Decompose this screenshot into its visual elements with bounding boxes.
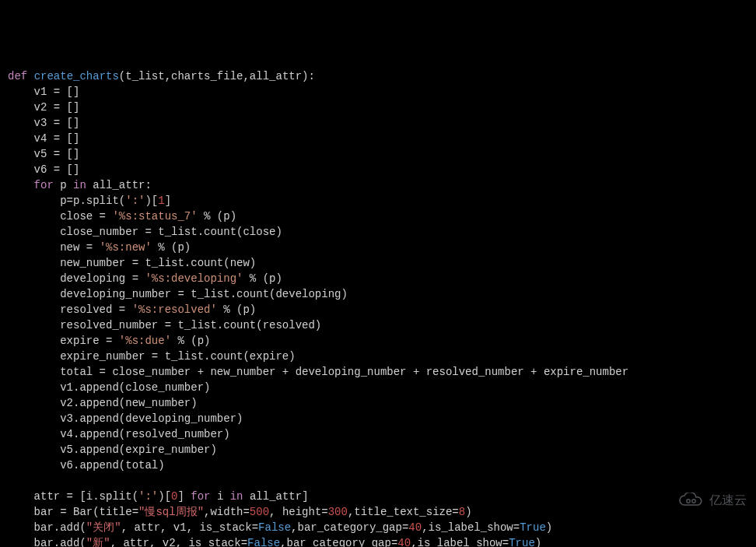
code-text: ,is_label_show=	[422, 521, 520, 534]
keyword-in: in	[230, 490, 243, 503]
code-line: v4 = []	[8, 132, 79, 145]
watermark-text: 亿速云	[709, 493, 747, 508]
watermark: 亿速云	[678, 461, 747, 539]
code-text: expire =	[8, 335, 119, 347]
code-text: ,is_label_show=	[411, 537, 509, 547]
number-literal: 1	[158, 195, 164, 207]
code-line: v6 = []	[8, 163, 79, 176]
code-line: resolved_number = t_list.count(resolved)	[8, 319, 321, 331]
string-literal: "新"	[86, 537, 110, 547]
code-text: bar = Bar(title=	[8, 506, 138, 518]
svg-point-1	[692, 500, 695, 503]
string-literal: '%s:resolved'	[132, 303, 217, 316]
code-text: )	[546, 521, 552, 534]
code-line: v6.append(total)	[8, 459, 165, 472]
string-literal: ':'	[138, 490, 158, 503]
bool-literal: True	[509, 537, 535, 547]
code-text: close =	[8, 210, 112, 223]
code-text: all_attr]	[243, 490, 309, 503]
code-text: % (p)	[243, 272, 282, 285]
code-text: all_attr:	[86, 179, 152, 191]
code-text: i	[211, 490, 230, 503]
string-literal: '%s:status_7'	[112, 210, 197, 223]
number-literal: 40	[397, 537, 411, 547]
function-name: create_charts	[34, 70, 119, 82]
code-text: ]	[177, 490, 191, 503]
string-literal: "慢sql周报"	[138, 506, 204, 518]
cloud-icon	[678, 461, 705, 539]
code-text: , attr, v2, is_stack=	[110, 537, 247, 547]
code-line: v2 = []	[8, 101, 79, 114]
code-text: ,bar_category_gap=	[280, 537, 397, 547]
code-line: expire_number = t_list.count(expire)	[8, 350, 296, 363]
code-line: v5.append(expire_number)	[8, 444, 217, 456]
code-line: v4.append(resolved_number)	[8, 428, 230, 440]
string-literal: '%s:due'	[119, 335, 171, 347]
code-text: )[	[158, 490, 171, 503]
string-literal: '%s:developing'	[145, 272, 243, 285]
code-line: v3.append(developing_number)	[8, 412, 243, 425]
code-line: v1 = []	[8, 86, 79, 98]
code-text: p=p.split(	[8, 195, 125, 207]
string-literal: "关闭"	[86, 521, 121, 534]
code-text: )[	[145, 195, 158, 207]
bool-literal: True	[520, 521, 546, 534]
code-text: % (p)	[171, 335, 210, 347]
code-text: , attr, v1, is_stack=	[121, 521, 258, 534]
number-literal: 40	[408, 521, 422, 534]
code-text: bar.add(	[8, 537, 86, 547]
keyword-for: for	[191, 490, 210, 503]
number-literal: 500	[250, 506, 269, 518]
code-text: resolved =	[8, 303, 132, 316]
code-text: ,width=	[204, 506, 250, 518]
code-text: )	[465, 506, 471, 518]
svg-point-0	[687, 500, 690, 503]
code-line: new_number = t_list.count(new)	[8, 257, 256, 269]
code-text: attr = [i.split(	[8, 490, 138, 503]
code-line: close_number = t_list.count(close)	[8, 226, 282, 238]
keyword-for: for	[8, 179, 54, 191]
bool-literal: False	[247, 537, 280, 547]
keyword-def: def	[8, 70, 27, 82]
keyword-in: in	[73, 179, 86, 191]
code-text: )	[535, 537, 541, 547]
code-text: , height=	[269, 506, 328, 518]
code-text: p	[54, 179, 73, 191]
code-block: def create_charts(t_list,charts_file,all…	[8, 68, 748, 547]
code-text: new =	[8, 241, 100, 254]
code-text: % (p)	[152, 241, 191, 254]
code-text: ]	[165, 195, 171, 207]
code-text: bar.add(	[8, 521, 86, 534]
code-line: v3 = []	[8, 117, 79, 129]
code-text: developing =	[8, 272, 145, 285]
code-line: total = close_number + new_number + deve…	[8, 366, 628, 378]
number-literal: 300	[328, 506, 348, 518]
code-text: % (p)	[198, 210, 236, 223]
signature: (t_list,charts_file,all_attr):	[119, 70, 315, 82]
bool-literal: False	[258, 521, 291, 534]
code-text: ,bar_category_gap=	[291, 521, 408, 534]
code-text: % (p)	[217, 303, 256, 316]
number-literal: 8	[459, 506, 465, 518]
code-line: v5 = []	[8, 148, 79, 160]
code-text: ,title_text_size=	[348, 506, 459, 518]
string-literal: ':'	[125, 195, 145, 207]
code-line: v1.append(close_number)	[8, 381, 210, 394]
string-literal: '%s:new'	[100, 241, 152, 254]
code-line: v2.append(new_number)	[8, 397, 198, 409]
code-line: developing_number = t_list.count(develop…	[8, 288, 348, 300]
